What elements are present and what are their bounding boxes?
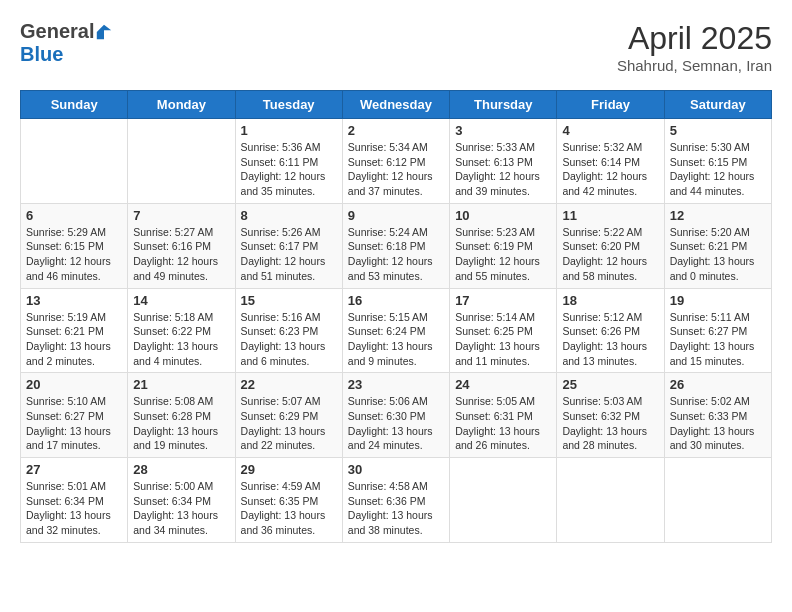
day-number: 14 [133,293,229,308]
calendar-cell: 23Sunrise: 5:06 AM Sunset: 6:30 PM Dayli… [342,373,449,458]
day-number: 3 [455,123,551,138]
day-info: Sunrise: 5:18 AM Sunset: 6:22 PM Dayligh… [133,310,229,369]
weekday-header-sunday: Sunday [21,91,128,119]
title-block: April 2025 Shahrud, Semnan, Iran [617,20,772,74]
calendar-cell: 28Sunrise: 5:00 AM Sunset: 6:34 PM Dayli… [128,458,235,543]
calendar-cell: 10Sunrise: 5:23 AM Sunset: 6:19 PM Dayli… [450,203,557,288]
day-number: 6 [26,208,122,223]
day-number: 10 [455,208,551,223]
calendar-cell [450,458,557,543]
day-info: Sunrise: 5:02 AM Sunset: 6:33 PM Dayligh… [670,394,766,453]
day-number: 25 [562,377,658,392]
calendar-cell: 30Sunrise: 4:58 AM Sunset: 6:36 PM Dayli… [342,458,449,543]
day-number: 22 [241,377,337,392]
day-number: 29 [241,462,337,477]
calendar-cell: 11Sunrise: 5:22 AM Sunset: 6:20 PM Dayli… [557,203,664,288]
day-info: Sunrise: 5:14 AM Sunset: 6:25 PM Dayligh… [455,310,551,369]
day-number: 18 [562,293,658,308]
day-number: 20 [26,377,122,392]
logo-general: General [20,20,94,43]
calendar-cell: 25Sunrise: 5:03 AM Sunset: 6:32 PM Dayli… [557,373,664,458]
day-info: Sunrise: 5:08 AM Sunset: 6:28 PM Dayligh… [133,394,229,453]
day-info: Sunrise: 4:59 AM Sunset: 6:35 PM Dayligh… [241,479,337,538]
day-info: Sunrise: 5:32 AM Sunset: 6:14 PM Dayligh… [562,140,658,199]
page-header: General Blue April 2025 Shahrud, Semnan,… [20,20,772,74]
day-number: 13 [26,293,122,308]
day-info: Sunrise: 5:07 AM Sunset: 6:29 PM Dayligh… [241,394,337,453]
calendar-cell: 8Sunrise: 5:26 AM Sunset: 6:17 PM Daylig… [235,203,342,288]
calendar-cell: 3Sunrise: 5:33 AM Sunset: 6:13 PM Daylig… [450,119,557,204]
weekday-header-tuesday: Tuesday [235,91,342,119]
calendar-cell [664,458,771,543]
location-title: Shahrud, Semnan, Iran [617,57,772,74]
day-info: Sunrise: 5:22 AM Sunset: 6:20 PM Dayligh… [562,225,658,284]
day-number: 16 [348,293,444,308]
day-number: 11 [562,208,658,223]
day-info: Sunrise: 5:15 AM Sunset: 6:24 PM Dayligh… [348,310,444,369]
calendar-cell: 1Sunrise: 5:36 AM Sunset: 6:11 PM Daylig… [235,119,342,204]
calendar-cell: 22Sunrise: 5:07 AM Sunset: 6:29 PM Dayli… [235,373,342,458]
day-number: 19 [670,293,766,308]
day-number: 4 [562,123,658,138]
day-info: Sunrise: 5:19 AM Sunset: 6:21 PM Dayligh… [26,310,122,369]
day-info: Sunrise: 5:33 AM Sunset: 6:13 PM Dayligh… [455,140,551,199]
calendar-cell: 17Sunrise: 5:14 AM Sunset: 6:25 PM Dayli… [450,288,557,373]
calendar-cell: 9Sunrise: 5:24 AM Sunset: 6:18 PM Daylig… [342,203,449,288]
calendar-cell [21,119,128,204]
day-info: Sunrise: 5:12 AM Sunset: 6:26 PM Dayligh… [562,310,658,369]
calendar-cell: 27Sunrise: 5:01 AM Sunset: 6:34 PM Dayli… [21,458,128,543]
day-info: Sunrise: 5:10 AM Sunset: 6:27 PM Dayligh… [26,394,122,453]
calendar-week-1: 1Sunrise: 5:36 AM Sunset: 6:11 PM Daylig… [21,119,772,204]
calendar-cell: 16Sunrise: 5:15 AM Sunset: 6:24 PM Dayli… [342,288,449,373]
calendar-week-2: 6Sunrise: 5:29 AM Sunset: 6:15 PM Daylig… [21,203,772,288]
calendar-cell: 29Sunrise: 4:59 AM Sunset: 6:35 PM Dayli… [235,458,342,543]
calendar-cell [128,119,235,204]
weekday-header-monday: Monday [128,91,235,119]
day-number: 15 [241,293,337,308]
calendar-cell: 12Sunrise: 5:20 AM Sunset: 6:21 PM Dayli… [664,203,771,288]
day-info: Sunrise: 5:20 AM Sunset: 6:21 PM Dayligh… [670,225,766,284]
day-number: 8 [241,208,337,223]
day-number: 17 [455,293,551,308]
day-info: Sunrise: 5:16 AM Sunset: 6:23 PM Dayligh… [241,310,337,369]
day-info: Sunrise: 5:23 AM Sunset: 6:19 PM Dayligh… [455,225,551,284]
calendar-week-3: 13Sunrise: 5:19 AM Sunset: 6:21 PM Dayli… [21,288,772,373]
weekday-header-saturday: Saturday [664,91,771,119]
day-number: 2 [348,123,444,138]
day-number: 21 [133,377,229,392]
calendar-cell: 13Sunrise: 5:19 AM Sunset: 6:21 PM Dayli… [21,288,128,373]
logo-blue: Blue [20,43,63,66]
day-info: Sunrise: 5:34 AM Sunset: 6:12 PM Dayligh… [348,140,444,199]
day-info: Sunrise: 5:36 AM Sunset: 6:11 PM Dayligh… [241,140,337,199]
day-number: 5 [670,123,766,138]
calendar-cell: 5Sunrise: 5:30 AM Sunset: 6:15 PM Daylig… [664,119,771,204]
day-number: 27 [26,462,122,477]
calendar-cell: 18Sunrise: 5:12 AM Sunset: 6:26 PM Dayli… [557,288,664,373]
day-info: Sunrise: 5:30 AM Sunset: 6:15 PM Dayligh… [670,140,766,199]
day-info: Sunrise: 5:03 AM Sunset: 6:32 PM Dayligh… [562,394,658,453]
calendar-cell: 14Sunrise: 5:18 AM Sunset: 6:22 PM Dayli… [128,288,235,373]
calendar-cell: 21Sunrise: 5:08 AM Sunset: 6:28 PM Dayli… [128,373,235,458]
weekday-header-wednesday: Wednesday [342,91,449,119]
svg-marker-0 [97,24,111,38]
day-number: 24 [455,377,551,392]
calendar-cell: 7Sunrise: 5:27 AM Sunset: 6:16 PM Daylig… [128,203,235,288]
day-info: Sunrise: 5:26 AM Sunset: 6:17 PM Dayligh… [241,225,337,284]
day-info: Sunrise: 5:01 AM Sunset: 6:34 PM Dayligh… [26,479,122,538]
day-number: 7 [133,208,229,223]
weekday-header-friday: Friday [557,91,664,119]
calendar-table: SundayMondayTuesdayWednesdayThursdayFrid… [20,90,772,543]
weekday-header-row: SundayMondayTuesdayWednesdayThursdayFrid… [21,91,772,119]
day-info: Sunrise: 5:24 AM Sunset: 6:18 PM Dayligh… [348,225,444,284]
day-info: Sunrise: 5:29 AM Sunset: 6:15 PM Dayligh… [26,225,122,284]
day-info: Sunrise: 5:06 AM Sunset: 6:30 PM Dayligh… [348,394,444,453]
day-number: 26 [670,377,766,392]
logo-bird-icon [95,23,113,41]
day-info: Sunrise: 5:05 AM Sunset: 6:31 PM Dayligh… [455,394,551,453]
calendar-week-4: 20Sunrise: 5:10 AM Sunset: 6:27 PM Dayli… [21,373,772,458]
weekday-header-thursday: Thursday [450,91,557,119]
day-number: 30 [348,462,444,477]
calendar-cell: 19Sunrise: 5:11 AM Sunset: 6:27 PM Dayli… [664,288,771,373]
calendar-cell: 4Sunrise: 5:32 AM Sunset: 6:14 PM Daylig… [557,119,664,204]
calendar-cell: 20Sunrise: 5:10 AM Sunset: 6:27 PM Dayli… [21,373,128,458]
